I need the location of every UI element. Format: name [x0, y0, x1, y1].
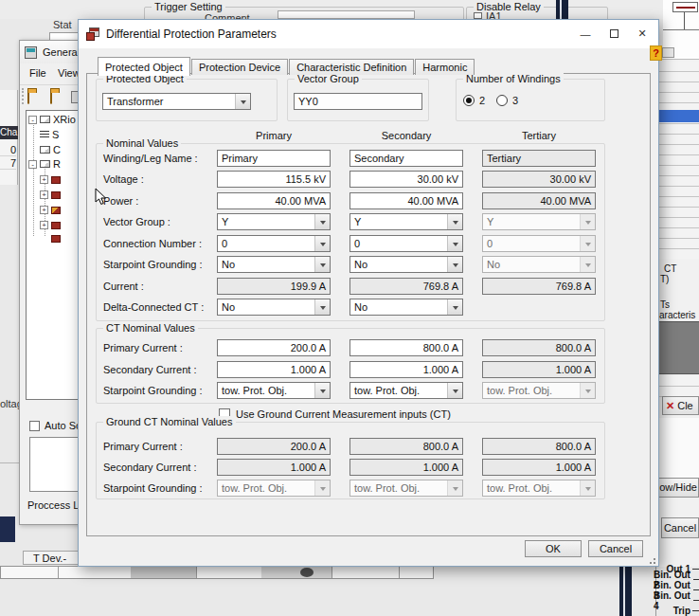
clear-button[interactable]: ✕ Cle	[662, 396, 699, 415]
dropdown-arrow-icon[interactable]	[314, 257, 330, 272]
show-hide-label: ow/Hide	[659, 481, 697, 493]
dropdown-arrow-icon[interactable]	[314, 214, 330, 229]
radio-selected-icon[interactable]	[463, 95, 475, 106]
tree-item-label[interactable]: S	[52, 129, 59, 140]
expand-icon[interactable]: +	[40, 175, 48, 184]
tree-node-r[interactable]: - R	[28, 158, 61, 170]
expand-icon[interactable]: +	[40, 190, 48, 199]
menu-file[interactable]: File	[29, 67, 46, 79]
log-listbox[interactable]	[29, 437, 81, 492]
process-log-label[interactable]: Proccess Log	[27, 499, 81, 511]
windings-radio-3[interactable]: 3	[496, 95, 518, 106]
radio-unselected-icon[interactable]	[496, 95, 508, 106]
tree-panel[interactable]: - XRio S C - R + +	[26, 110, 81, 400]
protected-object-dropdown[interactable]: Transformer	[102, 93, 251, 110]
ct-starpoint-secondary-dropdown[interactable]: tow. Prot. Obj.	[350, 382, 463, 399]
winding-name-secondary-input[interactable]: Secondary	[350, 150, 463, 167]
maximize-button[interactable]	[600, 20, 628, 47]
ct-primary-current-primary-input[interactable]: 200.0 A	[217, 339, 331, 356]
ct-primary-current-secondary-input[interactable]: 800.0 A	[350, 339, 463, 356]
tab-protected-object[interactable]: Protected Object	[98, 57, 190, 76]
ct-starpoint-primary-dropdown[interactable]: tow. Prot. Obj.	[217, 382, 331, 399]
open-folder-icon-2[interactable]	[50, 91, 52, 104]
auto-scroll-row[interactable]: Auto Scr	[29, 420, 81, 431]
dropdown-arrow-icon[interactable]	[235, 94, 250, 109]
tab-protection-device[interactable]: Protection Device	[191, 59, 288, 75]
tree-node-c[interactable]: C	[40, 144, 61, 155]
minimize-icon: —	[581, 28, 591, 40]
expand-icon[interactable]: +	[40, 206, 48, 214]
ok-button[interactable]: OK	[525, 540, 582, 557]
dropdown-arrow-icon[interactable]	[447, 383, 462, 398]
selected-row[interactable]	[659, 110, 699, 122]
dialog-titlebar[interactable]: Differential Protection Parameters — ✕	[79, 20, 658, 48]
tree-node-root[interactable]: - XRio	[28, 114, 76, 125]
windings-radio-2[interactable]: 2	[463, 95, 485, 106]
dropdown-arrow-icon	[580, 236, 595, 251]
row-power: Power : 40.00 MVA 40.00 MVA 40.00 MVA	[103, 192, 596, 209]
power-primary-input[interactable]: 40.00 MVA	[217, 192, 331, 209]
field-label: Delta-Connected CT :	[103, 301, 198, 313]
tree-node-s[interactable]: S	[40, 129, 59, 140]
dropdown-arrow-icon[interactable]	[314, 236, 330, 251]
ia1-checkbox[interactable]	[474, 12, 482, 19]
auto-scroll-checkbox[interactable]	[29, 421, 40, 431]
ct-primary-current-tertiary-input: 800.0 A	[482, 339, 596, 356]
help-badge[interactable]: ?	[650, 45, 662, 61]
bg-cancel-button[interactable]: Cancel	[661, 517, 699, 538]
dropdown-arrow-icon[interactable]	[447, 299, 462, 315]
voltage-primary-input[interactable]: 115.5 kV	[217, 171, 331, 188]
dropdown-arrow-icon[interactable]	[447, 214, 462, 229]
ground-primary-current-tertiary: 800.0 A	[482, 438, 596, 455]
tree-root-label[interactable]: XRio	[53, 114, 76, 125]
row-winding-name: Winding/Leg Name : Primary Secondary Ter…	[103, 150, 596, 167]
winding-name-primary-input[interactable]: Primary	[217, 150, 331, 167]
voltage-secondary-input[interactable]: 30.00 kV	[350, 171, 463, 188]
collapse-icon[interactable]: -	[28, 160, 37, 169]
ground-starpoint-secondary-dropdown: tow. Prot. Obj.	[350, 480, 463, 497]
delta-ct-secondary-dropdown[interactable]: No	[350, 299, 463, 316]
tab-characteristic-definition[interactable]: Characteristic Definition	[289, 59, 414, 75]
show-hide-button[interactable]: ow/Hide	[657, 478, 699, 498]
stat-label: Stat	[53, 19, 72, 30]
open-folder-icon[interactable]	[27, 91, 29, 104]
general-titlebar[interactable]: General	[20, 41, 81, 63]
starpoint-primary-dropdown[interactable]: No	[217, 256, 331, 273]
connection-number-primary-dropdown[interactable]: 0	[217, 235, 331, 252]
vector-group-secondary-dropdown[interactable]: Y	[350, 213, 463, 230]
collapse-icon[interactable]: -	[28, 116, 37, 124]
comment-input[interactable]	[278, 10, 415, 19]
tree-node-sub5[interactable]	[51, 235, 61, 243]
use-ground-ct-row[interactable]: Use Ground Current Measurement inputs (C…	[219, 408, 451, 420]
field-label: Starpoint Grounding :	[103, 482, 198, 494]
vector-group-primary-dropdown[interactable]: Y	[217, 213, 331, 230]
general-toolbar	[20, 84, 81, 107]
dropdown-arrow-icon[interactable]	[314, 299, 330, 315]
dropdown-arrow-icon[interactable]	[447, 236, 462, 251]
tree-node-sub1[interactable]: +	[40, 175, 61, 184]
winding-name-tertiary-input: Tertiary	[482, 150, 596, 167]
starpoint-secondary-dropdown[interactable]: No	[350, 256, 463, 273]
cancel-button[interactable]: Cancel	[588, 540, 643, 557]
close-button[interactable]: ✕	[628, 20, 656, 47]
minimize-button[interactable]: —	[571, 20, 600, 47]
row-ct-starpoint: Starpoint Grounding : tow. Prot. Obj. to…	[103, 382, 596, 399]
tree-node-sub3[interactable]: +	[40, 206, 61, 214]
ct-secondary-current-secondary-input[interactable]: 1.000 A	[350, 361, 463, 378]
wire-line	[692, 610, 699, 611]
tree-node-sub4[interactable]: +	[40, 221, 61, 229]
row-vector-group: Vector Group : Y Y Y	[103, 213, 596, 230]
ct-secondary-current-primary-input[interactable]: 1.000 A	[217, 361, 331, 378]
tab-harmonic[interactable]: Harmonic	[415, 59, 475, 75]
expand-icon[interactable]: +	[40, 221, 48, 229]
dropdown-arrow-icon[interactable]	[314, 383, 330, 398]
resize-grip[interactable]	[647, 555, 656, 565]
power-secondary-input[interactable]: 40.00 MVA	[350, 192, 463, 209]
dropdown-arrow-icon[interactable]	[447, 257, 462, 272]
connection-number-secondary-dropdown[interactable]: 0	[350, 235, 463, 252]
ground-ct-nominal-values-label: Ground CT Nominal Values	[103, 416, 236, 428]
tree-item-label[interactable]: C	[53, 144, 61, 155]
tree-node-sub2[interactable]: +	[40, 190, 61, 199]
delta-ct-primary-dropdown[interactable]: No	[217, 299, 331, 316]
tree-item-label[interactable]: R	[53, 158, 61, 170]
